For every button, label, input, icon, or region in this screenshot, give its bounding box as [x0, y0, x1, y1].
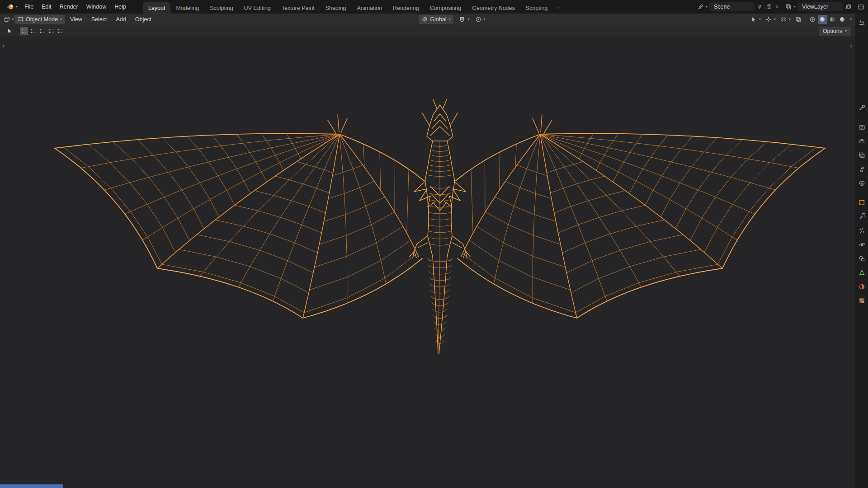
gizmo-icon: [765, 16, 772, 23]
material-sphere-icon: [829, 16, 835, 23]
scene-name-field[interactable]: Scene: [709, 2, 755, 11]
proportional-editing-toggle[interactable]: [473, 15, 483, 24]
properties-tab-physics[interactable]: [857, 240, 867, 249]
tab-modeling[interactable]: Modeling: [170, 2, 204, 14]
sidebar-expand-icon[interactable]: ‹: [850, 42, 852, 49]
tab-layout[interactable]: Layout: [143, 2, 171, 14]
wireframe-sphere-icon: [809, 16, 816, 23]
shading-rendered-button[interactable]: [838, 15, 847, 24]
snap-toggle[interactable]: [457, 15, 467, 24]
properties-tab-scene[interactable]: [857, 164, 867, 174]
select-mode-subtract[interactable]: [38, 27, 46, 35]
overlays-icon: [780, 16, 787, 23]
select-mode-new[interactable]: [20, 27, 28, 35]
chevron-down-icon[interactable]: ▾: [794, 5, 796, 9]
active-tool-icon[interactable]: [5, 27, 14, 36]
tool-settings-bar: Options ▾: [0, 25, 855, 37]
transform-orientation-dropdown[interactable]: Global ▾: [419, 15, 453, 24]
mode-label: Object Mode: [26, 16, 58, 23]
properties-tab-tool[interactable]: [857, 103, 867, 112]
orientation-label: Global: [430, 16, 446, 23]
close-icon[interactable]: ×: [774, 4, 779, 10]
scene-browse-icon[interactable]: [697, 3, 704, 10]
chevron-down-icon[interactable]: ▾: [484, 18, 486, 21]
chevron-down-icon[interactable]: ▾: [759, 18, 761, 21]
tab-rendering[interactable]: Rendering: [387, 2, 425, 14]
tab-texture-paint[interactable]: Texture Paint: [276, 2, 320, 14]
view-layer-browse-icon[interactable]: [785, 3, 792, 10]
toggle-xray[interactable]: [793, 15, 803, 24]
select-mode-group: [20, 27, 64, 35]
view-layer-name-field[interactable]: ViewLayer: [797, 2, 843, 11]
chevron-down-icon[interactable]: ▾: [467, 18, 469, 21]
properties-editor-icon[interactable]: [857, 18, 867, 27]
tab-geometry-nodes[interactable]: Geometry Nodes: [467, 2, 520, 14]
chevron-down-icon[interactable]: ▾: [706, 5, 708, 9]
chevron-down-icon[interactable]: ▾: [774, 18, 776, 21]
properties-tab-render[interactable]: [857, 122, 867, 131]
shading-mode-group: [808, 15, 847, 24]
editor-type-button[interactable]: ▾: [4, 15, 14, 24]
select-mode-extend[interactable]: [29, 27, 37, 35]
tab-sculpting[interactable]: Sculpting: [204, 2, 238, 14]
menu-view[interactable]: View: [66, 14, 86, 25]
select-mode-intersect[interactable]: [56, 27, 64, 35]
tab-uv-editing[interactable]: UV Editing: [239, 2, 276, 14]
tab-shading[interactable]: Shading: [320, 2, 352, 14]
shading-solid-button[interactable]: [818, 15, 827, 24]
properties-tab-constraints[interactable]: [857, 254, 867, 263]
cursor-icon: [750, 16, 757, 23]
solid-sphere-icon: [819, 16, 826, 23]
chevron-down-icon[interactable]: ▾: [850, 18, 852, 21]
properties-tab-texture[interactable]: [857, 296, 867, 305]
rendered-sphere-icon: [839, 16, 845, 23]
menu-help[interactable]: Help: [110, 0, 130, 14]
tab-scripting[interactable]: Scripting: [520, 2, 553, 14]
new-view-layer-icon[interactable]: [844, 3, 852, 10]
workspace-tabs: Layout Modeling Sculpting UV Editing Tex…: [143, 0, 565, 14]
properties-tab-particles[interactable]: [857, 226, 867, 235]
viewport-editor-icon: [4, 16, 10, 23]
options-dropdown[interactable]: Options ▾: [819, 27, 851, 36]
add-workspace-button[interactable]: +: [553, 2, 564, 14]
show-gizmo-toggle[interactable]: [764, 15, 774, 24]
topbar: ▾ File Edit Render Window Help Layout Mo…: [0, 0, 868, 14]
shading-material-button[interactable]: [828, 15, 837, 24]
chevron-down-icon: ▾: [448, 18, 450, 21]
menu-render[interactable]: Render: [56, 0, 82, 14]
new-scene-icon[interactable]: [765, 3, 773, 10]
select-mode-invert[interactable]: [47, 27, 55, 35]
menu-object[interactable]: Object: [131, 14, 156, 25]
toolbar-expand-icon[interactable]: ›: [2, 42, 5, 49]
tab-compositing[interactable]: Compositing: [425, 2, 467, 14]
shading-wireframe-button[interactable]: [808, 15, 817, 24]
blender-menu-button[interactable]: ▾: [4, 3, 20, 10]
chevron-down-icon: ▾: [845, 29, 847, 33]
pin-icon[interactable]: [756, 3, 764, 10]
menu-window[interactable]: Window: [82, 0, 110, 14]
properties-tab-material[interactable]: [857, 282, 867, 291]
menu-edit[interactable]: Edit: [38, 0, 56, 14]
menu-select[interactable]: Select: [87, 14, 111, 25]
properties-tab-object-data[interactable]: [857, 268, 867, 277]
tweak-cursor-icon: [7, 28, 13, 34]
menu-file[interactable]: File: [20, 0, 38, 14]
object-type-visibility-toggle[interactable]: [749, 15, 759, 24]
show-overlays-toggle[interactable]: [778, 15, 788, 24]
dragon-wireframe-model[interactable]: [0, 37, 855, 488]
properties-tab-object[interactable]: [857, 198, 867, 207]
viewport-header: ▾ Object Mode ▾ View Select Add Object G…: [0, 14, 855, 25]
object-mode-icon: [18, 16, 24, 22]
tab-animation[interactable]: Animation: [352, 2, 388, 14]
window-icon[interactable]: [857, 3, 864, 10]
chevron-down-icon[interactable]: ▾: [789, 18, 791, 21]
properties-tab-world[interactable]: [857, 178, 867, 188]
menu-add[interactable]: Add: [112, 14, 130, 25]
mode-dropdown[interactable]: Object Mode ▾: [14, 15, 65, 24]
properties-tab-output[interactable]: [857, 136, 867, 145]
properties-tab-modifiers[interactable]: [857, 212, 867, 221]
scene-selector: ▾ Scene ×: [697, 2, 779, 11]
viewport-canvas[interactable]: › ‹: [0, 37, 855, 488]
properties-tab-view-layer[interactable]: [857, 150, 867, 160]
chevron-down-icon: ▾: [16, 5, 18, 9]
